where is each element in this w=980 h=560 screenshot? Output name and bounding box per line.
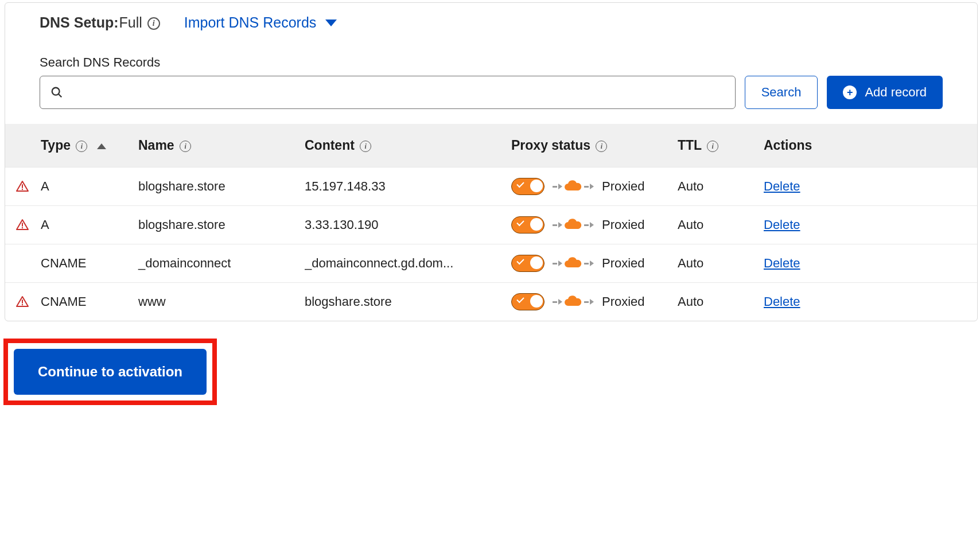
cell-ttl: Auto	[672, 283, 758, 321]
info-icon[interactable]	[596, 141, 607, 152]
cell-ttl: Auto	[672, 206, 758, 244]
cell-name: blogshare.store	[133, 168, 299, 206]
continue-highlight-box: Continue to activation	[3, 339, 217, 405]
search-input-wrap[interactable]	[40, 76, 736, 109]
chevron-down-icon	[325, 20, 337, 26]
proxy-toggle[interactable]	[511, 216, 545, 234]
col-header-name[interactable]: Name	[133, 124, 299, 168]
search-input[interactable]	[71, 86, 725, 99]
cell-content: 15.197.148.33	[299, 168, 505, 206]
cell-name: blogshare.store	[133, 206, 299, 244]
proxy-toggle[interactable]	[511, 178, 545, 195]
svg-point-7	[22, 304, 23, 305]
proxy-status-label: Proxied	[602, 217, 645, 232]
svg-point-3	[22, 189, 23, 190]
proxy-toggle[interactable]	[511, 255, 545, 272]
dns-panel: DNS Setup: Full Import DNS Records Searc…	[5, 2, 978, 321]
delete-link[interactable]: Delete	[764, 179, 800, 193]
cell-content: 3.33.130.190	[299, 206, 505, 244]
info-icon[interactable]	[76, 141, 87, 152]
svg-point-5	[22, 227, 23, 228]
delete-link[interactable]: Delete	[764, 217, 800, 232]
col-header-actions: Actions	[758, 124, 977, 168]
svg-point-0	[52, 88, 60, 95]
warning-icon	[15, 295, 29, 309]
continue-to-activation-button[interactable]: Continue to activation	[14, 349, 207, 395]
cell-type: CNAME	[35, 244, 133, 283]
warning-icon	[15, 218, 29, 232]
proxy-toggle[interactable]	[511, 293, 545, 310]
table-row[interactable]: Ablogshare.store15.197.148.33ProxiedAuto…	[5, 168, 977, 206]
cloud-icon	[553, 295, 594, 308]
dns-setup-row: DNS Setup: Full Import DNS Records	[5, 3, 977, 34]
cell-content: blogshare.store	[299, 283, 505, 321]
cell-type: A	[35, 168, 133, 206]
search-label: Search DNS Records	[40, 55, 943, 70]
search-section: Search DNS Records Search Add record	[5, 34, 977, 124]
info-icon[interactable]	[707, 141, 718, 152]
dns-setup-label: DNS Setup:	[40, 14, 119, 30]
search-button[interactable]: Search	[745, 76, 818, 109]
import-dns-label: Import DNS Records	[184, 14, 317, 31]
info-icon[interactable]	[147, 17, 160, 30]
info-icon[interactable]	[180, 141, 191, 152]
proxy-status-label: Proxied	[602, 256, 645, 271]
cell-type: A	[35, 206, 133, 244]
info-icon[interactable]	[360, 141, 371, 152]
table-row[interactable]: CNAME_domainconnect_domainconnect.gd.dom…	[5, 244, 977, 283]
add-record-label: Add record	[865, 85, 927, 100]
search-icon	[50, 86, 63, 99]
cloud-icon	[553, 219, 594, 231]
col-header-type[interactable]: Type	[35, 124, 133, 168]
dns-setup-value: Full	[119, 14, 142, 30]
svg-line-1	[59, 94, 62, 98]
sort-asc-icon	[97, 143, 106, 149]
cloud-icon	[553, 180, 594, 193]
cell-ttl: Auto	[672, 168, 758, 206]
cell-content: _domainconnect.gd.dom...	[299, 244, 505, 283]
import-dns-link[interactable]: Import DNS Records	[184, 14, 337, 31]
table-row[interactable]: Ablogshare.store3.33.130.190ProxiedAutoD…	[5, 206, 977, 244]
cell-ttl: Auto	[672, 244, 758, 283]
delete-link[interactable]: Delete	[764, 294, 800, 309]
cloud-icon	[553, 257, 594, 270]
cell-name: www	[133, 283, 299, 321]
warning-icon	[15, 180, 29, 193]
cell-type: CNAME	[35, 283, 133, 321]
proxy-status-label: Proxied	[602, 179, 645, 194]
cell-name: _domainconnect	[133, 244, 299, 283]
dns-records-table: Type Name Content Proxy status TT	[5, 124, 977, 321]
col-header-content[interactable]: Content	[299, 124, 505, 168]
plus-icon	[843, 85, 857, 99]
proxy-status-label: Proxied	[602, 294, 645, 309]
table-row[interactable]: CNAMEwwwblogshare.storeProxiedAutoDelete	[5, 283, 977, 321]
add-record-button[interactable]: Add record	[827, 76, 943, 109]
col-header-ttl[interactable]: TTL	[672, 124, 758, 168]
col-header-proxy[interactable]: Proxy status	[505, 124, 672, 168]
delete-link[interactable]: Delete	[764, 256, 800, 270]
